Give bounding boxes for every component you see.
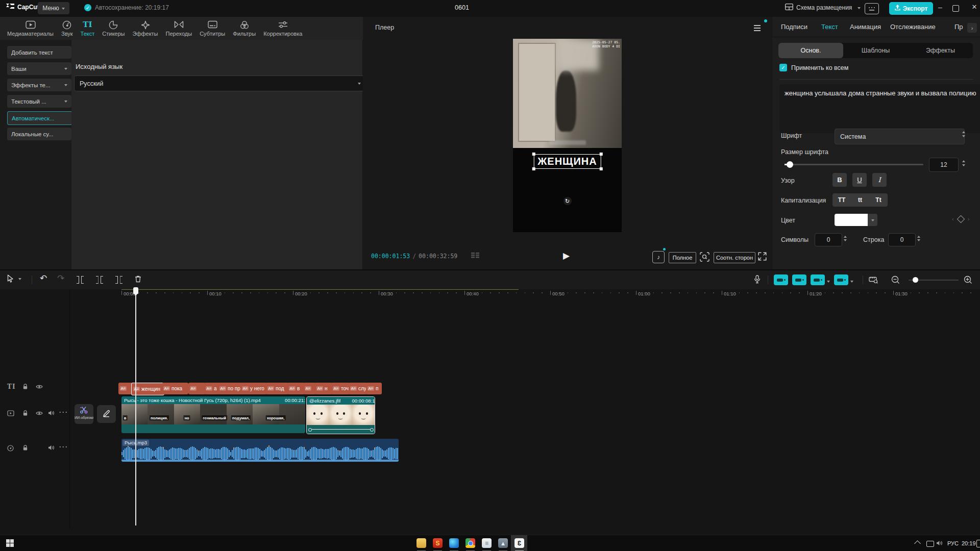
focus-zoom-icon[interactable] xyxy=(700,252,709,263)
subtitle-text-input[interactable]: женщина услышала дома странные звуки и в… xyxy=(779,84,980,133)
restore-button[interactable] xyxy=(952,5,959,12)
link-toggle-chevron[interactable] xyxy=(827,278,830,285)
volume-icon[interactable] xyxy=(936,540,943,547)
font-size-stepper[interactable] xyxy=(962,159,965,168)
timeline-ruler[interactable]: 00:0000:1000:2000:3000:4000:5001:0001:10… xyxy=(0,289,980,299)
aspect-ratio-button[interactable]: Соотн. сторон xyxy=(714,252,755,263)
subtab-Эффекты[interactable]: Эффекты xyxy=(908,43,973,58)
text-clip[interactable]: А≡пока xyxy=(162,383,188,394)
lock-icon[interactable] xyxy=(22,445,28,453)
preview-axis-toggle[interactable] xyxy=(792,274,806,285)
playhead[interactable] xyxy=(133,287,138,527)
player-menu-icon[interactable] xyxy=(754,25,761,31)
auto-select-toggle[interactable] xyxy=(834,274,848,285)
timeline-preview-button[interactable] xyxy=(869,276,878,285)
lock-icon[interactable] xyxy=(22,410,28,418)
tabs-overflow-button[interactable]: › xyxy=(967,23,977,33)
keyframe-next-icon[interactable]: › xyxy=(968,216,970,222)
split-right-button[interactable] xyxy=(115,276,122,284)
handle-tr[interactable] xyxy=(600,153,603,156)
line-stepper[interactable] xyxy=(917,234,920,243)
text-clip[interactable]: А≡у него xyxy=(240,383,267,394)
speaker-icon[interactable] xyxy=(48,410,55,417)
redo-button[interactable]: ↷ xyxy=(57,273,64,284)
tab-Отслеживание[interactable]: Отслеживание xyxy=(890,23,936,31)
split-left-button[interactable] xyxy=(96,276,103,284)
chars-input[interactable]: 0 xyxy=(815,233,842,246)
text-clip[interactable]: А≡ xyxy=(118,383,133,394)
subtitle-list-icon[interactable] xyxy=(471,253,479,261)
sidebar-item-Ваши[interactable]: Ваши xyxy=(7,62,71,75)
caps-button-tt[interactable]: tt xyxy=(851,193,869,207)
color-swatch[interactable] xyxy=(835,214,868,226)
text-clip[interactable]: А≡под xyxy=(266,383,289,394)
track-more-button[interactable]: ··· xyxy=(59,409,68,416)
select-tool-button[interactable] xyxy=(7,274,21,283)
link-toggle[interactable] xyxy=(811,274,825,285)
media-tab-Звук[interactable]: Звук xyxy=(61,20,73,37)
start-button[interactable] xyxy=(6,539,14,547)
text-clip[interactable]: А≡п xyxy=(366,383,382,394)
notification-center-icon[interactable] xyxy=(976,540,980,547)
style-button-U[interactable]: U xyxy=(852,173,867,187)
keyframe-prev-icon[interactable]: ‹ xyxy=(952,216,954,222)
media-tab-Переходы[interactable]: Переходы xyxy=(166,20,192,37)
media-tab-Эффекты[interactable]: Эффекты xyxy=(133,20,158,37)
text-clip[interactable]: А≡в xyxy=(287,383,305,394)
video-preview[interactable]: 2025-05-27 05. AXON BODY 4 DI ЖЕНЩИНА ↻ xyxy=(513,39,622,232)
lock-icon[interactable] xyxy=(22,384,28,391)
track-more-button[interactable]: ··· xyxy=(59,443,68,450)
tiktok-preview-button[interactable]: ♪ xyxy=(652,251,665,263)
tab-Текст[interactable]: Текст xyxy=(821,23,838,31)
volume-handle-left[interactable] xyxy=(308,428,312,432)
text-clip[interactable]: А≡точ xyxy=(331,383,350,394)
magnet-toggle[interactable] xyxy=(774,274,788,285)
caps-button-Tt[interactable]: Tt xyxy=(869,193,888,207)
media-tab-Текст[interactable]: TIТекст xyxy=(81,20,95,37)
minimize-button[interactable]: – xyxy=(935,3,945,11)
media-tab-Медиаматериалы[interactable]: Медиаматериалы xyxy=(7,20,54,37)
text-clip[interactable]: А≡слу xyxy=(349,383,368,394)
ai-trim-button[interactable]: ИИ-обрезка xyxy=(75,404,93,424)
shortcuts-button[interactable] xyxy=(865,3,879,14)
timeline-zoom-handle[interactable] xyxy=(913,277,918,283)
subtab-Шаблоны[interactable]: Шаблоны xyxy=(843,43,908,58)
sidebar-item-Локальные су...[interactable]: Локальные су... xyxy=(7,128,71,140)
video-clip2[interactable]: @elizzanes.jfif00:00:08:11 xyxy=(306,396,375,434)
tray-expand-icon[interactable] xyxy=(914,540,921,547)
video-clip1[interactable]: Рысь - это тоже кошка - Новостной Гусь (… xyxy=(121,396,305,433)
font-size-input[interactable]: 12 xyxy=(929,158,959,172)
video-track-icon[interactable] xyxy=(7,410,14,418)
apply-all-checkbox[interactable]: ✓ xyxy=(779,64,787,71)
apply-all-row[interactable]: ✓ Применить ко всем xyxy=(779,64,848,71)
sidebar-item-Эффекты те...[interactable]: Эффекты те... xyxy=(7,79,71,91)
eye-icon[interactable] xyxy=(36,410,43,417)
style-button-B[interactable]: B xyxy=(832,173,847,187)
color-picker[interactable] xyxy=(835,214,877,226)
caps-button-TT[interactable]: TT xyxy=(832,193,851,207)
media-tab-Стикеры[interactable]: Стикеры xyxy=(102,20,125,37)
file-explorer-icon[interactable] xyxy=(416,538,426,548)
text-clip[interactable]: А≡по пр xyxy=(218,383,243,394)
close-button[interactable]: ✕ xyxy=(969,3,979,11)
task-app-icon[interactable]: ▴ xyxy=(498,538,508,548)
chars-stepper[interactable] xyxy=(844,234,847,243)
capcut-taskbar-icon[interactable]: Ɛ xyxy=(514,538,524,548)
color-dropdown[interactable] xyxy=(868,214,877,226)
zoom-out-button[interactable] xyxy=(891,276,900,286)
zoom-in-button[interactable] xyxy=(964,276,972,286)
font-size-slider[interactable] xyxy=(785,164,923,165)
sidebar-item-Текстовый ...[interactable]: Текстовый ... xyxy=(7,95,71,108)
layout-scheme-button[interactable]: Схема размещения xyxy=(785,4,861,12)
language-indicator[interactable]: РУС xyxy=(947,540,959,546)
volume-handle-right[interactable] xyxy=(370,428,374,432)
edit-clip-button[interactable] xyxy=(97,405,116,423)
speaker-icon[interactable] xyxy=(48,445,55,452)
split-button[interactable] xyxy=(77,276,84,284)
quality-button[interactable]: Полное xyxy=(669,252,696,263)
slider-handle[interactable] xyxy=(787,161,793,168)
menu-button[interactable]: Меню xyxy=(38,2,69,14)
record-voiceover-button[interactable] xyxy=(754,275,761,285)
edge-icon[interactable] xyxy=(449,538,459,548)
volume-line[interactable] xyxy=(310,429,372,430)
